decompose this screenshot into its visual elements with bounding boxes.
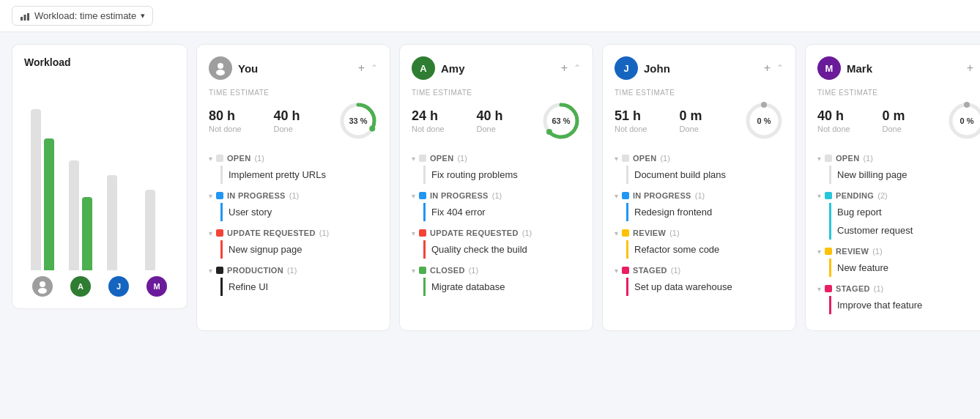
not-done-label-you: Not done [209,125,265,133]
task-group-you-2: ▾ UPDATE REQUESTED (1) New signup page [209,226,378,259]
chart-bar-amy: A [69,80,92,297]
group-collapse-icon: ▾ [209,155,212,163]
group-name: OPEN [836,154,859,163]
group-header-john-1[interactable]: ▾ IN PROGRESS (1) [615,188,784,203]
group-dot [419,229,426,237]
group-dot [825,248,832,255]
dropdown-chevron-icon: ▾ [141,11,145,21]
group-name: REVIEW [633,229,666,237]
group-header-amy-2[interactable]: ▾ UPDATE REQUESTED (1) [412,226,581,240]
bar-mark-light [145,190,155,270]
group-header-mark-0[interactable]: ▾ OPEN (1) [817,151,980,166]
person-name-you: You [238,62,258,75]
group-count: (1) [695,191,705,200]
add-task-icon-john[interactable]: + [764,62,771,75]
task-group-john-0: ▾ OPEN (1) Document build plans [615,151,784,184]
group-header-john-2[interactable]: ▾ REVIEW (1) [615,226,784,240]
group-name: REVIEW [836,247,869,256]
group-header-john-3[interactable]: ▾ STAGED (1) [615,263,784,278]
not-done-value-you: 80 h [209,108,265,125]
task-groups-you: ▾ OPEN (1) Implement pretty URLs ▾ IN PR… [209,151,378,296]
group-name: OPEN [633,154,656,163]
task-item[interactable]: Set up data warehouse [626,278,784,296]
done-value-amy: 40 h [477,108,533,125]
add-task-icon-you[interactable]: + [358,62,365,75]
task-item[interactable]: Fix 404 error [423,203,581,221]
group-count: (1) [874,284,883,293]
bar-john-light [107,175,117,270]
not-done-value-mark: 40 h [817,108,874,125]
group-header-mark-1[interactable]: ▾ PENDING (2) [817,188,980,203]
task-item[interactable]: Fix routing problems [423,166,581,184]
group-collapse-icon: ▾ [615,155,618,163]
task-item[interactable]: Implement pretty URLs [220,166,378,184]
task-item[interactable]: Customer request [829,221,980,240]
group-header-amy-3[interactable]: ▾ CLOSED (1) [412,263,581,278]
group-name: STAGED [836,284,870,293]
person-name-amy: Amy [441,62,465,75]
bar-you-green [44,138,54,270]
group-header-mark-2[interactable]: ▾ REVIEW (1) [817,244,980,259]
task-item[interactable]: Document build plans [626,166,784,184]
svg-rect-1 [24,15,26,21]
task-group-mark-3: ▾ STAGED (1) Improve that feature [817,281,980,314]
group-header-you-3[interactable]: ▾ PRODUCTION (1) [209,263,378,278]
avatar-amy: A [412,56,435,80]
svg-point-15 [761,102,767,108]
bar-chart-icon [20,11,30,21]
group-collapse-icon: ▾ [817,285,821,293]
task-item[interactable]: New feature [829,259,980,277]
group-dot [419,155,426,162]
collapse-column-icon-john[interactable]: ⌃ [776,63,784,73]
task-group-you-3: ▾ PRODUCTION (1) Refine UI [209,263,378,296]
group-count: (1) [669,229,679,237]
group-collapse-icon: ▾ [412,155,415,163]
task-group-amy-1: ▾ IN PROGRESS (1) Fix 404 error [412,188,581,221]
svg-rect-0 [21,17,23,21]
group-name: OPEN [430,154,453,163]
task-group-you-0: ▾ OPEN (1) Implement pretty URLs [209,151,378,184]
group-header-you-2[interactable]: ▾ UPDATE REQUESTED (1) [209,226,378,240]
add-task-icon-amy[interactable]: + [561,62,568,75]
collapse-column-icon-you[interactable]: ⌃ [371,63,378,73]
task-group-john-3: ▾ STAGED (1) Set up data warehouse [615,263,784,296]
task-item[interactable]: New signup page [220,240,378,259]
chart-area: A J M [24,77,175,297]
workload-dropdown-button[interactable]: Workload: time estimate ▾ [12,6,153,26]
task-item[interactable]: Redesign frontend [626,203,784,221]
group-name: IN PROGRESS [227,191,286,200]
group-header-amy-0[interactable]: ▾ OPEN (1) [412,151,581,166]
group-header-mark-3[interactable]: ▾ STAGED (1) [817,281,980,296]
svg-point-3 [40,281,45,287]
task-item[interactable]: Quality check the build [423,240,581,259]
group-header-amy-1[interactable]: ▾ IN PROGRESS (1) [412,188,581,203]
task-item[interactable]: Refine UI [220,278,378,296]
time-estimate-label-amy: TIME ESTIMATE [412,89,581,97]
column-header: J John + ⌃ [615,56,784,80]
not-done-label-mark: Not done [817,125,874,133]
svg-point-9 [369,126,375,132]
task-item[interactable]: Refactor some code [626,240,784,259]
time-estimate-label-you: TIME ESTIMATE [209,89,378,97]
done-value-mark: 0 m [883,108,939,125]
group-collapse-icon: ▾ [817,192,821,200]
group-header-you-1[interactable]: ▾ IN PROGRESS (1) [209,188,378,203]
not-done-label-amy: Not done [412,125,468,133]
task-item[interactable]: Bug report [829,203,980,221]
group-count: (1) [492,191,502,200]
group-count: (1) [671,266,680,275]
group-header-you-0[interactable]: ▾ OPEN (1) [209,151,378,166]
group-count: (1) [289,191,299,200]
task-item[interactable]: User story [220,203,378,221]
avatar-you [209,56,232,80]
collapse-column-icon-amy[interactable]: ⌃ [573,63,581,73]
add-task-icon-mark[interactable]: + [967,62,973,75]
group-header-john-0[interactable]: ▾ OPEN (1) [615,151,784,166]
task-item[interactable]: Migrate database [423,278,581,296]
task-groups-amy: ▾ OPEN (1) Fix routing problems ▾ IN PRO… [412,151,581,296]
done-value-john: 0 m [680,108,736,125]
task-item[interactable]: New billing page [829,166,980,184]
task-item[interactable]: Improve that feature [829,296,980,314]
group-name: OPEN [227,154,250,163]
person-column-mark: M Mark + ⌃ TIME ESTIMATE 40 h Not done 0… [805,44,980,331]
